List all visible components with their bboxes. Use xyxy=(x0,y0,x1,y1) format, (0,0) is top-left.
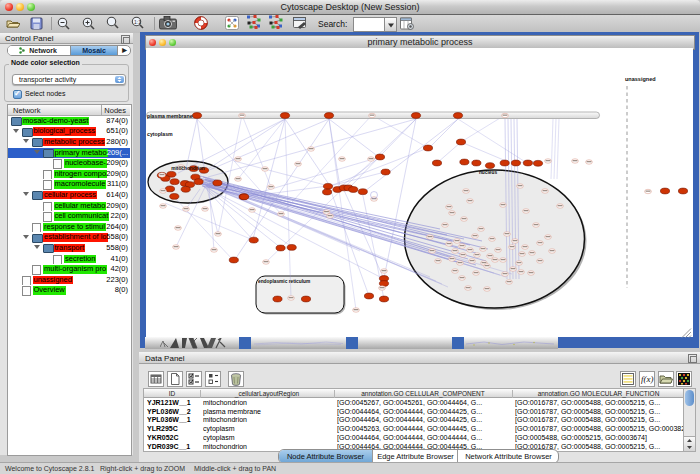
svg-text:cytoplasm: cytoplasm xyxy=(147,131,173,137)
svg-text:nucleus: nucleus xyxy=(479,170,497,175)
svg-text:plasma membrane: plasma membrane xyxy=(147,112,193,118)
svg-text:1:1: 1:1 xyxy=(134,19,141,25)
svg-text:f(x): f(x) xyxy=(641,374,654,384)
svg-text:endoplasmic reticulum: endoplasmic reticulum xyxy=(258,278,310,283)
svg-text:unassigned: unassigned xyxy=(625,76,656,82)
svg-text:mitochondrion: mitochondrion xyxy=(171,166,205,171)
